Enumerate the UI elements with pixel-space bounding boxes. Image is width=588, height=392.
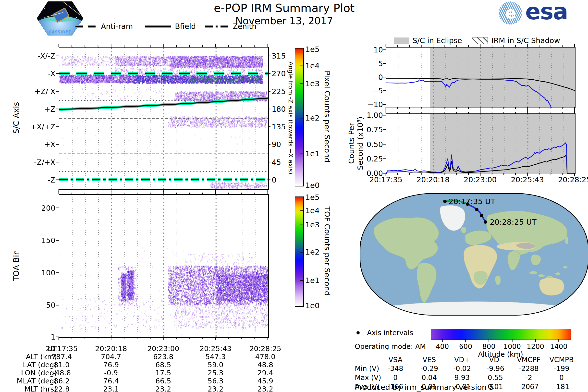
ephemeris-value: 56.3 (190, 377, 241, 385)
ephemeris-value: 25.3 (190, 369, 241, 377)
legend-zenith: Zenith (205, 22, 256, 30)
ephemeris-value: 29.4 (240, 369, 291, 377)
axis-ticks (55, 190, 272, 340)
current-tick-label: 5 (365, 59, 383, 68)
ephemeris-value: 23.2 (240, 385, 291, 392)
tof-colorbar-tick-label: 1e1 (305, 276, 320, 285)
sc-axis-tick-label: -Z/+X (27, 158, 55, 166)
pixel-colorbar-label: Pixel Counts per Second (323, 70, 332, 162)
time-tick-label: 20:28:25 (554, 176, 588, 184)
legend-anti-ram: Anti-ram (75, 22, 133, 30)
counts-tick-label: 1.00 (365, 111, 383, 120)
ephemeris-value: 81.0 (36, 361, 88, 369)
current-tick-label: −5 (365, 86, 383, 95)
time-tick-label: 20:23:00 (460, 176, 501, 184)
ephemeris-value: 17.5 (138, 369, 189, 377)
sc-axis-tick-label: +Z/-X (27, 87, 55, 96)
current-tick-label: 0 (365, 73, 383, 82)
ephemeris-value: 20:23:00 (138, 344, 189, 353)
track-start-label: 20:17:35 UT (448, 197, 496, 206)
angle-tick-label: 225 (272, 87, 289, 96)
ephemeris-value: 48.8 (240, 361, 291, 369)
voltage-value: -348 (376, 364, 415, 373)
ephemeris-value: 20:17:35 (36, 344, 88, 353)
toa-tick-label: 150 (27, 236, 55, 245)
time-tick-label: 20:20:18 (412, 176, 454, 184)
esa-wordmark: esa (525, 0, 568, 25)
axis-interval-dot-icon (356, 331, 360, 334)
eclipse-swatch (394, 38, 409, 44)
angle-tick-label: 315 (272, 52, 289, 60)
ground-track-map: 20:17:35 UT20:28:25 UT (360, 193, 588, 316)
ephemeris-value: 704.7 (85, 352, 137, 361)
sc-axis-tick-label: +X/+Z (27, 122, 55, 131)
ephemeris-value: 76.4 (85, 377, 137, 385)
toa-tick-label: 100 (27, 268, 55, 277)
toa-tick-label: 50 (27, 301, 55, 310)
sc-axis-tick-label: -X/-Z (27, 52, 55, 60)
counts-ylabel: Counts Per Second (x10³) (347, 116, 364, 170)
sc-axis-tick-label: +Z (27, 105, 55, 114)
tof-colorbar-tick-label: 1e5 (305, 193, 320, 202)
tof-colorbar-ticks (295, 196, 303, 306)
angle-tick-label: 90 (272, 140, 289, 149)
sc-axis-tick-label: +X (27, 140, 55, 149)
counts-tick-label: 0.75 (365, 126, 383, 134)
ephemeris-value: 20:20:18 (85, 344, 137, 353)
ephemeris-value: 23.1 (85, 385, 137, 392)
ephemeris-value: 76.9 (85, 361, 137, 369)
operating-mode-label: Operating mode: AM (355, 342, 426, 350)
ephemeris-value: 22.8 (36, 385, 88, 392)
voltage-col-header: VCMPB (542, 356, 581, 364)
voltage-value: -166 (376, 383, 415, 391)
time-tick-label: 20:25:43 (507, 176, 548, 184)
pixel-colorbar-tick-label: 1e3 (305, 79, 320, 88)
tof-colorbar-tick-label: 1e3 (305, 220, 320, 229)
axis-ticks (382, 43, 578, 111)
esa-logo: e esa (499, 2, 580, 25)
shadow-hatch-swatch (472, 37, 488, 44)
axis-interval-dot (475, 208, 478, 211)
ephemeris-value: 68.5 (138, 361, 189, 369)
voltage-value: -181 (542, 383, 581, 391)
pixel-colorbar-tick-label: 1e5 (305, 45, 320, 54)
pixel-colorbar-ticks (295, 48, 303, 186)
axis-intervals-label: Axis intervals (367, 329, 413, 337)
ephemeris-value: 547.3 (190, 352, 241, 361)
voltage-value: -199 (542, 364, 581, 373)
toa-ylabel: TOA Bin (12, 250, 21, 281)
sc-axis-tick-label: -Z (27, 176, 55, 184)
epop-irm-summary-plot: CASSIOPE e-POP IRM Summary Plot November… (0, 0, 588, 392)
tof-colorbar-tick-label: 1e4 (305, 206, 320, 215)
world-map-graphic: 20:17:35 UT20:28:25 UT (360, 194, 588, 315)
pixel-colorbar-tick-label: 1e4 (305, 61, 320, 70)
ephemeris-value: -48.8 (36, 369, 88, 377)
altitude-colorbar-ticks (431, 329, 570, 342)
legend-label: Zenith (233, 22, 256, 30)
tof-colorbar-label: TOF Counts per Second (323, 206, 332, 296)
legend-bfield: Bfield (144, 22, 196, 30)
esa-globe-icon: e (499, 2, 522, 24)
current-tick-label: −10 (365, 100, 383, 109)
counts-tick-label: 0.25 (365, 154, 383, 163)
anti-ram-line-sample (75, 23, 98, 30)
ephemeris-value: 23.2 (190, 385, 241, 392)
axis-ticks (382, 110, 578, 177)
tof-colorbar-tick-label: 1e2 (305, 248, 320, 256)
axis-ticks (55, 43, 272, 192)
legend-label: Anti-ram (101, 22, 133, 30)
counts-tick-label: 0.50 (365, 140, 383, 149)
ephemeris-value: 86.2 (36, 377, 88, 385)
current-tick-label: 10 (365, 46, 383, 54)
angle-axis-label: Angle from -Z axis (towards +X axis) (287, 62, 294, 174)
ephemeris-value: 20:25:43 (190, 344, 241, 353)
ephemeris-value: 623.8 (138, 352, 189, 361)
altitude-tick-label: 1400 (544, 342, 574, 350)
ephemeris-value: 20:28:25 (240, 344, 291, 353)
toa-tick-label: 1 (27, 333, 55, 341)
zenith-line-sample (205, 23, 229, 30)
track-end-label: 20:28:25 UT (490, 218, 537, 226)
bfield-line-sample (144, 23, 172, 30)
angle-tick-label: 270 (272, 69, 289, 78)
angle-tick-label: 180 (272, 105, 289, 114)
